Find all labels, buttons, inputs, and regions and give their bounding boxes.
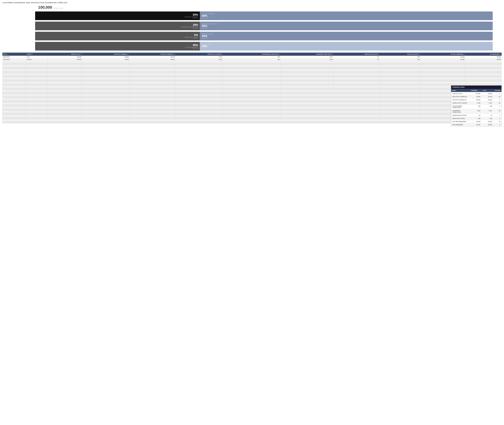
negative-comeback-pct: 20% bbox=[193, 13, 198, 16]
parsed-row: COMPLAINTS LODGED5,2004,97523 bbox=[451, 101, 501, 105]
table-cell: 12/07/2021 bbox=[3, 58, 26, 61]
parsed-cell: 528 bbox=[482, 117, 493, 120]
table-row-empty bbox=[3, 100, 502, 103]
table-row-empty bbox=[3, 107, 502, 109]
table-cell: 4,975 bbox=[175, 56, 223, 58]
parsed-cell: RECOMMENDED bbox=[451, 123, 470, 126]
parsed-cell: 4,264 bbox=[470, 109, 482, 114]
metric-bar-issues: 6% UNRESOLVED ISSUES (Last: 4%) RESOLVED… bbox=[35, 32, 493, 40]
unresolved-pct: 6% bbox=[194, 33, 198, 37]
table-header: ANSWERED COMPLAINTS ▼ bbox=[280, 53, 333, 56]
table-cell: 20 bbox=[333, 56, 380, 58]
table-row-empty bbox=[3, 90, 502, 92]
answered-label: ANSWERED COMPLAINTS bbox=[202, 23, 491, 24]
parsed-cell: 36,800 bbox=[482, 123, 493, 126]
table-header: COMPLAINTS LODGED ▼ bbox=[175, 53, 223, 56]
table-row-empty bbox=[3, 82, 502, 84]
table-row-empty bbox=[3, 96, 502, 98]
table-cell: 59,200 bbox=[129, 56, 175, 58]
table-row-empty bbox=[3, 69, 502, 71]
table-cell: 4,264 bbox=[280, 58, 333, 61]
parsed-cell: 20,000 bbox=[470, 95, 482, 98]
parsed-cell: AMOUNT SOLD bbox=[451, 92, 470, 95]
items-sold-number: 100,000 bbox=[38, 5, 52, 10]
parsed-cell: 4,427 bbox=[482, 109, 493, 114]
table-row-empty bbox=[3, 75, 502, 78]
parsed-cell: NEGATIVE COMEBACK bbox=[451, 95, 470, 98]
parsed-cell: 4 bbox=[493, 98, 501, 101]
table-row-empty bbox=[3, 117, 502, 119]
table-row-empty bbox=[3, 61, 502, 63]
parsed-cell: NOT RECOMMENDED bbox=[451, 120, 470, 123]
answered-sub: (Last: 89%) bbox=[202, 27, 491, 29]
parsed-cell: 43,200 bbox=[482, 120, 493, 123]
parsed-cell: 2 bbox=[493, 105, 501, 109]
parsed-cell: COMPLAINTS LODGED bbox=[451, 101, 470, 105]
unresolved-label: UNRESOLVED ISSUES bbox=[185, 37, 198, 38]
metric-bar-complaints: 18% UNANSWERED COMPLAINTS (Last: 11%) AN… bbox=[35, 22, 493, 30]
items-sold-label: ITEMS SOLD bbox=[54, 7, 63, 9]
table-header: AMOUNT SOLD ▼ bbox=[48, 53, 82, 56]
table-row-empty bbox=[3, 121, 502, 123]
parsed-header: DATA CURRENT LAST CHANGE bbox=[451, 89, 501, 92]
table-row-empty bbox=[3, 73, 502, 75]
parsed-row: RESOLVED ISSUES8835282 bbox=[451, 117, 501, 120]
parsed-row: NEGATIVE COMEBACK20,00020,800-25 bbox=[451, 95, 501, 98]
parsed-cell: 548 bbox=[482, 105, 493, 109]
table-header: NEGATIVE COMEBACK ▼ bbox=[82, 53, 129, 56]
parsed-row: POSITIVE COMEBACK80,00059,2004 bbox=[451, 98, 501, 101]
table-cell: 100,000 bbox=[48, 58, 82, 61]
parsed-cell: 2 bbox=[493, 114, 501, 117]
parsed-cell: 20 bbox=[482, 114, 493, 117]
table-row-empty bbox=[3, 80, 502, 82]
table-header: RECOMMENDED ▼ bbox=[465, 53, 501, 56]
table-row-empty bbox=[3, 94, 502, 96]
table-cell: 80,000 bbox=[129, 58, 175, 61]
table-cell: 20,000 bbox=[82, 58, 129, 61]
parsed-row: NOT RECOMMENDED45,00043,20025 bbox=[451, 120, 501, 123]
table-cell: 55,000 bbox=[465, 58, 501, 61]
resolved-sub: (Last: 96%) bbox=[202, 38, 491, 39]
table-header: RESOLVED ISSUES ▼ bbox=[379, 53, 420, 56]
not-recommended-sub: (Last: 54%) bbox=[193, 48, 198, 49]
table-cell: 20,800 bbox=[82, 56, 129, 58]
table-row-empty bbox=[3, 109, 502, 111]
resolved-label: RESOLVED ISSUES bbox=[202, 33, 491, 34]
parsed-cell: UNANSWERED COMPLAINTS bbox=[451, 105, 470, 109]
parsed-cell: 53 bbox=[470, 114, 482, 117]
table-cell: 08/07/2021 bbox=[3, 56, 26, 58]
table-row-empty bbox=[3, 88, 502, 90]
parsed-cell: -25 bbox=[493, 95, 501, 98]
table-row: 12/07/2021Current100,00020,00080,0005,20… bbox=[3, 58, 502, 61]
table-header: DATE ▼ bbox=[3, 53, 26, 56]
answered-pct: 82% bbox=[202, 24, 491, 27]
table-header: NOT RECOMMENDED ▼ bbox=[420, 53, 465, 56]
unresolved-sub: (Last: 4%) bbox=[193, 38, 198, 39]
table-cell: 936 bbox=[223, 58, 280, 61]
parsed-cell: 59,200 bbox=[482, 98, 493, 101]
recommended-pct: 55% bbox=[202, 45, 491, 48]
table-cell: 45,000 bbox=[420, 58, 465, 61]
parsed-cell: 80,000 bbox=[482, 92, 493, 95]
parsed-cell: 20,800 bbox=[482, 95, 493, 98]
parsed-cell: UNRESOLVED ISSUES bbox=[451, 114, 470, 117]
parsed-cell: 3 bbox=[493, 123, 501, 126]
table-row-empty bbox=[3, 71, 502, 73]
parsed-cell: 936 bbox=[470, 105, 482, 109]
page-title: CUSTOMER EXPERIENCE AND SATISFACTION DAS… bbox=[2, 2, 502, 4]
parsed-cell: 883 bbox=[470, 117, 482, 120]
parsed-row: ANSWERED COMPLAINTS4,2644,427-26 bbox=[451, 109, 501, 114]
table-cell: 36,800 bbox=[465, 56, 501, 58]
parsed-cell: 45,000 bbox=[470, 120, 482, 123]
parsed-cell: RESOLVED ISSUES bbox=[451, 117, 470, 120]
table-cell: 548 bbox=[223, 56, 280, 58]
parsed-cell: 25 bbox=[493, 120, 501, 123]
parsed-cell: 5,200 bbox=[470, 101, 482, 105]
parsed-cell: 4,975 bbox=[482, 101, 493, 105]
metric-bar-comeback: 20% NEGATIVE COMEBACK (Last: 26%) POSITI… bbox=[35, 12, 493, 20]
table-cell: 80,000 bbox=[48, 56, 82, 58]
table-row-empty bbox=[3, 119, 502, 121]
data-table: DATE ▼PERIOD ▼AMOUNT SOLD ▼NEGATIVE COME… bbox=[2, 53, 502, 123]
table-cell: Current bbox=[26, 58, 48, 61]
table-row-empty bbox=[3, 67, 502, 69]
